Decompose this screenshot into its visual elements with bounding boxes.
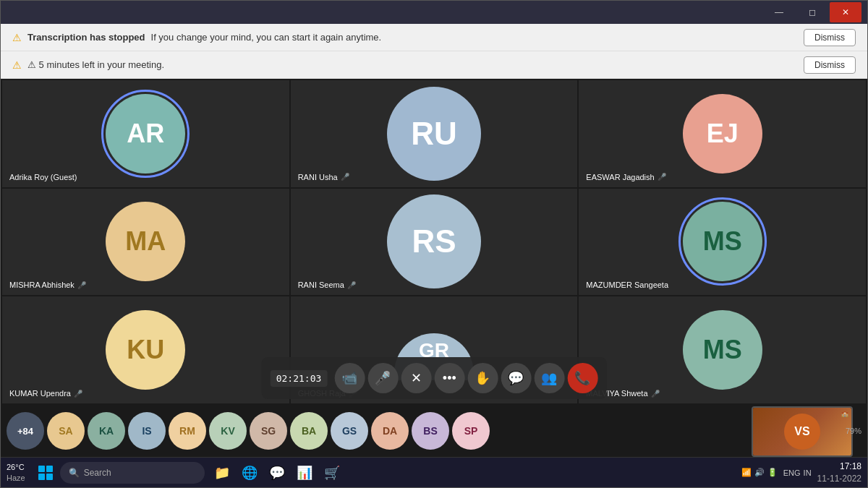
language-label: ENG [783,468,801,477]
taskbar-store[interactable]: 🛒 [320,461,344,484]
meeting-area: AR Adrika Roy (Guest) RU RANI Usha 🎤 EJ … [1,79,867,457]
stop-button[interactable]: ✕ [401,363,431,393]
taskbar-clock: 17:18 11-11-2022 [817,461,861,485]
thumb-da[interactable]: DA [371,412,409,450]
taskbar-office[interactable]: 📊 [293,461,316,484]
clock-date: 11-11-2022 [817,473,861,485]
taskbar-teams[interactable]: 💬 [265,461,289,484]
self-view-video: VS [753,408,851,455]
minimize-button[interactable]: — [763,2,795,22]
participant-cell-ms2[interactable]: MS MALVIYA Shweta 🎤 [579,296,866,403]
participant-strip: +84 SA KA IS RM KV SG BA GS DA BS SP VS … [1,405,867,457]
end-call-button[interactable]: 📞 [567,363,597,393]
participant-name-ru: RANI Usha 🎤 [298,173,349,181]
mic-icon-ma: 🎤 [77,281,86,289]
taskbar-apps: 📁 🌐 💬 📊 🛒 [210,461,344,484]
region-label: IN [804,468,812,477]
participant-name-ej: EASWAR Jagadish 🎤 [586,173,665,181]
meeting-timer: 02:21:03 [271,370,328,387]
mic-icon-ru: 🎤 [341,173,349,181]
participant-cell-ej[interactable]: EJ EASWAR Jagadish 🎤 [579,80,866,187]
avatar-ms1: MS [683,202,762,281]
close-button[interactable]: ✕ [830,2,861,22]
title-bar: — ◻ ✕ [1,1,867,24]
self-view: VS 🏫 [752,406,853,457]
time-warning-label: ⚠ 5 minutes left in your meeting. [27,59,164,70]
thumb-bs[interactable]: BS [412,412,449,450]
time-warning-banner: ⚠ ⚠ 5 minutes left in your meeting. Dism… [1,51,867,79]
clock-time: 17:18 [817,461,861,473]
weather-condition: Haze [7,473,25,483]
avatar-ru: RU [387,87,481,181]
video-button[interactable]: 📹 [334,363,365,393]
start-button[interactable] [34,461,57,484]
thumb-ba[interactable]: BA [290,412,328,450]
thumb-is[interactable]: IS [128,412,166,450]
mic-icon-ku: 🎤 [74,390,82,398]
transcription-detail: If you change your mind, you can start i… [151,32,382,43]
taskbar: 26°C Haze 🔍 Search 📁 🌐 💬 📊 🛒 📶 🔊 🔋 [1,457,867,487]
participant-name-rs: RANI Seema 🎤 [298,281,356,289]
avatar-ma: MA [106,202,185,281]
taskbar-file-explorer[interactable]: 📁 [210,461,234,484]
search-icon: 🔍 [69,468,80,478]
warning-icon-2: ⚠ [12,59,22,71]
participant-cell-ar[interactable]: AR Adrika Roy (Guest) [2,80,289,187]
weather-temp: 26°C [7,462,25,472]
mic-icon-rs: 🎤 [347,281,356,289]
thumb-sa[interactable]: SA [47,412,85,450]
self-view-logo: 🏫 [841,411,848,417]
avatar-ms2: MS [683,310,762,390]
main-window: — ◻ ✕ ⚠ Transcription has stopped If you… [0,0,868,488]
avatar-ku: KU [106,310,185,390]
thumb-gs[interactable]: GS [331,412,368,450]
language-region: ENG IN [783,468,812,477]
participant-name-ms1: MAZUMDER Sangeeta [586,281,668,289]
system-tray: 📶 🔊 🔋 [741,468,778,477]
mic-icon-ej: 🎤 [658,173,666,181]
time-dismiss-button[interactable]: Dismiss [804,56,856,74]
participant-cell-ma[interactable]: MA MISHRA Abhishek 🎤 [2,189,289,296]
window-controls: — ◻ ✕ [763,2,861,22]
warning-icon: ⚠ [12,32,22,43]
transcription-banner-text: ⚠ Transcription has stopped If you chang… [12,32,381,43]
battery-icon: 🔋 [767,468,778,477]
thumb-kv[interactable]: KV [209,412,247,450]
more-participants-button[interactable]: +84 [7,412,44,450]
search-label: Search [84,468,111,478]
taskbar-edge[interactable]: 🌐 [238,461,261,484]
participants-button[interactable]: 👥 [534,363,564,393]
transcription-dismiss-button[interactable]: Dismiss [804,29,856,46]
participant-cell-rs[interactable]: RS RANI Seema 🎤 [291,189,578,296]
participant-grid: AR Adrika Roy (Guest) RU RANI Usha 🎤 EJ … [1,79,867,405]
self-avatar: VS [784,414,820,450]
volume-icon: 🔊 [754,468,765,477]
maximize-button[interactable]: ◻ [796,2,828,22]
participant-cell-ru[interactable]: RU RANI Usha 🎤 [291,80,578,187]
taskbar-search-bar[interactable]: 🔍 Search [60,462,205,484]
windows-logo-icon [38,466,53,480]
network-icon: 📶 [741,468,752,477]
controls-bar: 02:21:03 📹 🎤 ✕ ••• ✋ 💬 👥 📞 [262,357,607,399]
thumb-rm[interactable]: RM [169,412,206,450]
transcription-banner: ⚠ Transcription has stopped If you chang… [1,24,867,51]
raise-hand-button[interactable]: ✋ [467,363,498,393]
participant-name-ar: Adrika Roy (Guest) [9,173,77,181]
thumb-sp[interactable]: SP [452,412,490,450]
mic-icon-ms2: 🎤 [651,390,660,398]
participant-name-ma: MISHRA Abhishek 🎤 [9,281,86,289]
taskbar-right: 📶 🔊 🔋 ENG IN 17:18 11-11-2022 [741,461,861,485]
mic-button[interactable]: 🎤 [367,363,398,393]
avatar-ej: EJ [683,94,762,174]
participant-cell-ms1[interactable]: MS MAZUMDER Sangeeta [579,189,866,296]
transcription-stopped-label: Transcription has stopped [27,32,145,43]
thumb-ka[interactable]: KA [88,412,125,450]
participant-cell-ku[interactable]: KU KUMAR Upendra 🎤 [2,296,289,403]
avatar-ar: AR [106,94,185,174]
thumb-sg[interactable]: SG [250,412,287,450]
chat-button[interactable]: 💬 [501,363,531,393]
taskbar-weather: 26°C Haze [7,462,25,483]
participant-name-ku: KUMAR Upendra 🎤 [9,389,82,398]
avatar-rs: RS [387,194,481,288]
more-button[interactable]: ••• [434,363,464,393]
